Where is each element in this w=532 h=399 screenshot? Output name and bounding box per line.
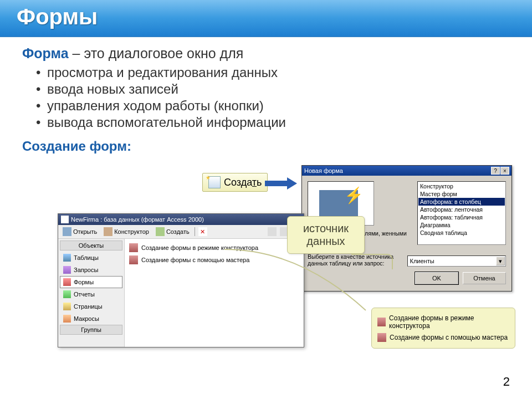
- page-icon: [63, 303, 71, 310]
- bullet-item: вывода вспомогательной информации: [47, 115, 510, 130]
- query-icon: [63, 266, 71, 274]
- arrow-icon: [265, 177, 297, 190]
- db-sidebar: Объекты Таблицы Запросы Формы Отчеты Стр…: [58, 239, 125, 347]
- new-icon: [156, 227, 165, 236]
- open-icon: [63, 227, 71, 236]
- ok-button[interactable]: OK: [415, 272, 458, 284]
- sidebar-item-reports[interactable]: Отчеты: [60, 288, 122, 300]
- callout-action-item: Создание формы в режиме конструктора: [376, 313, 510, 331]
- list-item[interactable]: Автоформа: ленточная: [418, 206, 505, 213]
- definition-bullets: просмотра и редактирования данных ввода …: [22, 65, 510, 130]
- subheading: Создание форм:: [22, 139, 510, 154]
- source-combobox[interactable]: Клиенты ▾: [407, 255, 507, 267]
- list-item[interactable]: Мастер форм: [418, 190, 505, 198]
- table-icon: [63, 254, 71, 262]
- new-icon: [208, 176, 221, 188]
- form-icon: [129, 255, 138, 264]
- form-icon: [377, 318, 386, 326]
- slide-title: Формы: [17, 4, 515, 29]
- bullet-item: ввода новых записей: [47, 81, 510, 97]
- slide-content: Форма – это диалоговое окно для просмотр…: [0, 37, 532, 162]
- db-toolbar: Открыть Конструктор Создать ✕: [58, 225, 304, 239]
- objects-group: Объекты: [60, 241, 122, 250]
- close-button[interactable]: ×: [500, 167, 509, 175]
- definition-line: Форма – это диалоговое окно для: [22, 45, 510, 62]
- delete-icon[interactable]: ✕: [198, 227, 207, 236]
- create-button-label: Создать: [224, 177, 262, 188]
- report-icon: [63, 290, 71, 298]
- definition-term: Форма: [22, 45, 69, 61]
- sidebar-item-pages[interactable]: Страницы: [60, 300, 122, 313]
- create-button[interactable]: Создать: [202, 173, 268, 192]
- list-item[interactable]: Сводная таблица: [418, 229, 505, 237]
- list-item-selected[interactable]: Автоформа: в столбец: [418, 198, 505, 206]
- form-icon: [377, 333, 386, 342]
- callout-connector: [222, 247, 377, 319]
- sidebar-item-forms[interactable]: Формы: [60, 276, 122, 288]
- list-item[interactable]: Автоформа: табличная: [418, 213, 505, 221]
- combo-value: Клиенты: [410, 258, 434, 264]
- form-icon: [63, 278, 71, 286]
- design-icon: [104, 227, 112, 236]
- form-type-listbox[interactable]: Конструктор Мастер форм Автоформа: в сто…: [417, 181, 506, 245]
- db-titlebar: NewFirma : база данных (формат Access 20…: [58, 214, 304, 225]
- chevron-down-icon[interactable]: ▾: [496, 257, 505, 265]
- list-item[interactable]: Диаграмма: [418, 221, 505, 229]
- form-icon: [129, 243, 138, 252]
- slide-header: Формы: [0, 0, 532, 37]
- dialog-title: Новая форма: [304, 167, 343, 174]
- callout-actions: Создание формы в режиме конструктора Соз…: [371, 308, 515, 349]
- cancel-button[interactable]: Отмена: [463, 272, 506, 284]
- open-button[interactable]: Открыть: [61, 227, 99, 237]
- db-icon: [61, 216, 69, 223]
- list-item[interactable]: Конструктор: [418, 182, 505, 190]
- sidebar-item-macros[interactable]: Макросы: [60, 313, 122, 325]
- sidebar-item-tables[interactable]: Таблицы: [60, 252, 122, 264]
- dialog-titlebar: Новая форма ? ×: [302, 166, 511, 176]
- help-button[interactable]: ?: [491, 167, 500, 175]
- page-number: 2: [503, 375, 510, 389]
- callout-action-item: Создание формы с помощью мастера: [376, 331, 510, 344]
- view-icon[interactable]: [268, 227, 277, 236]
- groups-group: Группы: [60, 325, 122, 335]
- db-title-text: NewFirma : база данных (формат Access 20…: [71, 216, 204, 223]
- definition-text: – это диалоговое окно для: [69, 45, 244, 61]
- sidebar-item-queries[interactable]: Запросы: [60, 264, 122, 276]
- bullet-item: управления ходом работы (кнопки): [47, 98, 510, 114]
- create-button-tb[interactable]: Создать: [154, 227, 191, 237]
- macro-icon: [63, 315, 71, 323]
- separator: [195, 227, 195, 236]
- design-button[interactable]: Конструктор: [102, 227, 151, 237]
- bullet-item: просмотра и редактирования данных: [47, 65, 510, 80]
